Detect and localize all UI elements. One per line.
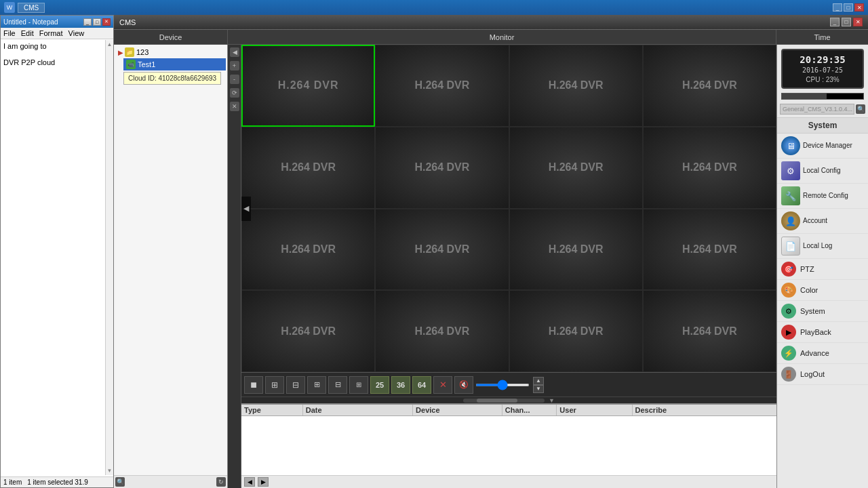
win-minimize-btn[interactable]: _ bbox=[833, 3, 842, 12]
ptz-btn[interactable]: 🎯 PTZ bbox=[777, 259, 868, 280]
scroll-down-btn[interactable]: ▼ bbox=[533, 385, 544, 393]
menu-file[interactable]: File bbox=[3, 29, 16, 37]
refresh-devices-btn[interactable]: ↻ bbox=[216, 477, 226, 487]
audio-btn[interactable]: 🔇 bbox=[454, 376, 473, 394]
monitor-cell-10[interactable]: H.264 DVR bbox=[509, 209, 643, 291]
layout-36-btn[interactable]: 36 bbox=[391, 376, 410, 394]
win-maximize-btn[interactable]: □ bbox=[844, 3, 853, 12]
items-selected: 1 item selected 31.9 bbox=[27, 479, 88, 486]
layout-16-btn[interactable]: ⊞ bbox=[349, 376, 368, 394]
time-date: 2016-07-25 bbox=[787, 66, 859, 74]
device-manager-label: Device Manager bbox=[803, 142, 852, 150]
side-nav-2[interactable]: + bbox=[230, 61, 239, 70]
menu-view[interactable]: View bbox=[68, 29, 85, 37]
center-area: H.264 DVR H.264 DVR H.264 DVR H.264 DVR … bbox=[241, 45, 776, 488]
fullscreen-btn[interactable]: ✕ bbox=[433, 376, 452, 394]
monitor-cell-2[interactable]: H.264 DVR bbox=[509, 45, 643, 127]
monitor-label-7: H.264 DVR bbox=[682, 161, 737, 174]
ptz-icon: 🎯 bbox=[781, 262, 796, 277]
notepad-scrollbar[interactable]: ▲ ▼ bbox=[105, 40, 113, 475]
event-log-body[interactable] bbox=[241, 416, 776, 475]
device-tooltip: Cloud ID: 41028c8fa6629693 bbox=[123, 72, 221, 85]
cms-maximize-btn[interactable]: □ bbox=[842, 18, 851, 26]
advance-btn[interactable]: ⚡ Advance bbox=[777, 343, 868, 364]
monitor-cell-13[interactable]: H.264 DVR bbox=[375, 290, 509, 372]
color-label: Color bbox=[800, 286, 818, 294]
side-nav-5[interactable]: ✕ bbox=[230, 102, 239, 111]
volume-slider[interactable] bbox=[475, 384, 530, 386]
account-label: Account bbox=[803, 217, 827, 225]
notepad-maximize[interactable]: □ bbox=[93, 18, 101, 26]
logout-btn[interactable]: 🚪 LogOut bbox=[777, 364, 868, 385]
layout-9-btn[interactable]: ⊞ bbox=[307, 376, 326, 394]
bottom-scroll-bar[interactable]: ▼ bbox=[241, 396, 776, 403]
monitor-label-15: H.264 DVR bbox=[682, 325, 737, 338]
menu-format[interactable]: Format bbox=[39, 29, 63, 37]
tree-folder-icon: 📁 bbox=[125, 47, 134, 57]
monitor-cell-3[interactable]: H.264 DVR bbox=[643, 45, 776, 127]
menu-edit[interactable]: Edit bbox=[21, 29, 34, 37]
layout-10-btn[interactable]: ⊟ bbox=[328, 376, 347, 394]
notepad-line-1: I am going to bbox=[3, 42, 111, 50]
notepad-minimize[interactable]: _ bbox=[83, 18, 92, 26]
notepad-menu: File Edit Format View bbox=[1, 28, 113, 39]
side-nav-3[interactable]: - bbox=[230, 75, 239, 84]
cms-title: CMS bbox=[119, 18, 136, 26]
monitor-cell-1[interactable]: H.264 DVR bbox=[375, 45, 509, 127]
search-devices-btn[interactable]: 🔍 bbox=[115, 477, 125, 487]
system-btn[interactable]: ⚙ System bbox=[777, 301, 868, 322]
cms-minimize-btn[interactable]: _ bbox=[830, 18, 840, 26]
notepad-close[interactable]: ✕ bbox=[102, 18, 111, 26]
monitor-cell-5[interactable]: H.264 DVR bbox=[375, 127, 509, 209]
local-log-btn[interactable]: 📄 Local Log bbox=[777, 234, 868, 259]
monitor-label-0: H.264 DVR bbox=[278, 79, 339, 92]
win-close-btn[interactable]: ✕ bbox=[854, 3, 864, 12]
monitor-label-2: H.264 DVR bbox=[549, 79, 604, 92]
side-nav-4[interactable]: ⟳ bbox=[230, 88, 239, 98]
monitor-label-4: H.264 DVR bbox=[281, 161, 336, 174]
playback-btn[interactable]: ▶ PlayBack bbox=[777, 322, 868, 343]
scroll-track bbox=[463, 399, 545, 403]
monitor-cell-0[interactable]: H.264 DVR bbox=[241, 45, 375, 127]
monitor-cell-7[interactable]: H.264 DVR bbox=[643, 127, 776, 209]
remote-config-icon: 🔧 bbox=[781, 186, 800, 205]
monitor-left-arrow[interactable]: ◀ bbox=[241, 197, 251, 221]
search-icon[interactable]: 🔍 bbox=[856, 104, 865, 114]
remote-config-btn[interactable]: 🔧 Remote Config bbox=[777, 184, 868, 209]
side-nav-1[interactable]: ◀ bbox=[230, 47, 239, 57]
left-nav-buttons: 🔍 ↻ bbox=[114, 475, 227, 488]
monitor-cell-14[interactable]: H.264 DVR bbox=[509, 290, 643, 372]
start-icon[interactable]: W bbox=[4, 2, 15, 13]
monitor-label-1: H.264 DVR bbox=[414, 79, 469, 92]
layout-6-btn[interactable]: ⊟ bbox=[286, 376, 305, 394]
event-nav-next[interactable]: ▶ bbox=[258, 477, 269, 487]
monitor-cell-15[interactable]: H.264 DVR bbox=[643, 290, 776, 372]
layout-25-btn[interactable]: 25 bbox=[370, 376, 389, 394]
monitor-cell-9[interactable]: H.264 DVR bbox=[375, 209, 509, 291]
monitor-cell-4[interactable]: H.264 DVR bbox=[241, 127, 375, 209]
notepad-content[interactable]: I am going to DVR P2P cloud bbox=[1, 39, 113, 476]
layout-4-btn[interactable]: ⊞ bbox=[265, 376, 284, 394]
time-clock: 20:29:35 bbox=[787, 54, 859, 65]
monitor-cell-8[interactable]: H.264 DVR bbox=[241, 209, 375, 291]
scroll-up-btn[interactable]: ▲ bbox=[533, 377, 544, 385]
account-btn[interactable]: 👤 Account bbox=[777, 209, 868, 234]
monitor-cell-11[interactable]: H.264 DVR bbox=[643, 209, 776, 291]
layout-64-btn[interactable]: 64 bbox=[412, 376, 431, 394]
taskbar-cms-btn[interactable]: CMS bbox=[18, 3, 45, 13]
monitor-label-12: H.264 DVR bbox=[281, 325, 336, 338]
tree-item-test1[interactable]: 📹 Test1 Cloud ID: 41028c8fa6629693 bbox=[123, 58, 226, 70]
cms-close-btn[interactable]: ✕ bbox=[853, 18, 863, 26]
items-count: 1 item bbox=[3, 479, 22, 486]
device-manager-btn[interactable]: 🖥 Device Manager bbox=[777, 134, 868, 159]
notepad-statusbar: 1 item 1 item selected 31.9 bbox=[1, 476, 113, 487]
local-config-btn[interactable]: ⚙ Local Config bbox=[777, 159, 868, 184]
local-config-label: Local Config bbox=[803, 167, 841, 175]
event-nav-prev[interactable]: ◀ bbox=[244, 477, 255, 487]
layout-1-btn[interactable]: ■ bbox=[244, 376, 263, 394]
ptz-label: PTZ bbox=[800, 265, 814, 273]
monitor-cell-6[interactable]: H.264 DVR bbox=[509, 127, 643, 209]
color-btn[interactable]: 🎨 Color bbox=[777, 280, 868, 301]
monitor-cell-12[interactable]: H.264 DVR bbox=[241, 290, 375, 372]
tree-item-root[interactable]: ▶ 📁 123 bbox=[115, 46, 226, 58]
